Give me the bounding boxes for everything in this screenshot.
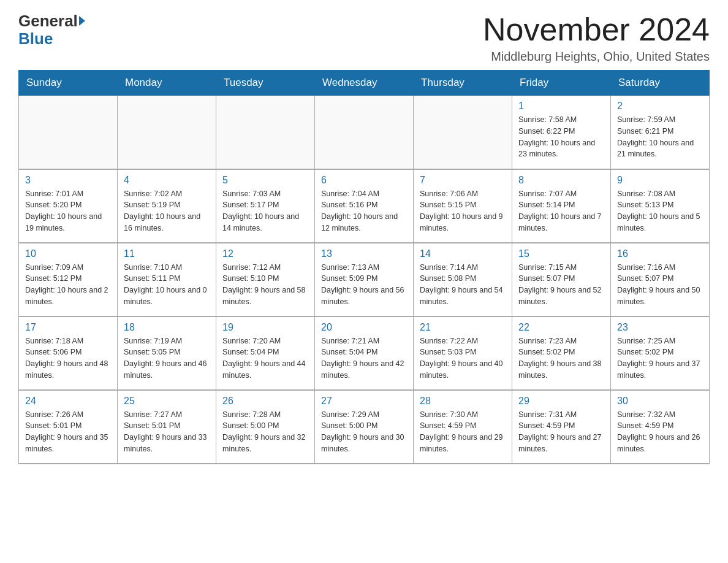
day-info: Sunrise: 7:09 AM Sunset: 5:12 PM Dayligh…: [25, 262, 111, 308]
day-info: Sunrise: 7:19 AM Sunset: 5:05 PM Dayligh…: [124, 335, 210, 381]
day-number: 25: [124, 396, 210, 407]
calendar-cell: 1Sunrise: 7:58 AM Sunset: 6:22 PM Daylig…: [512, 96, 611, 169]
calendar-cell: [414, 96, 512, 169]
day-number: 24: [25, 396, 111, 407]
week-row-2: 3Sunrise: 7:01 AM Sunset: 5:20 PM Daylig…: [19, 169, 710, 243]
calendar-cell: 2Sunrise: 7:59 AM Sunset: 6:21 PM Daylig…: [611, 96, 710, 169]
day-number: 14: [420, 248, 506, 259]
day-number: 23: [617, 322, 703, 333]
day-info: Sunrise: 7:25 AM Sunset: 5:02 PM Dayligh…: [617, 335, 703, 381]
logo-general-text: General: [18, 12, 78, 30]
calendar-cell: 8Sunrise: 7:07 AM Sunset: 5:14 PM Daylig…: [512, 169, 611, 243]
day-info: Sunrise: 7:30 AM Sunset: 4:59 PM Dayligh…: [420, 409, 506, 455]
calendar-cell: [19, 96, 118, 169]
day-number: 27: [321, 396, 407, 407]
day-info: Sunrise: 7:29 AM Sunset: 5:00 PM Dayligh…: [321, 409, 407, 455]
day-number: 10: [25, 248, 111, 259]
header-day-tuesday: Tuesday: [216, 71, 315, 96]
day-number: 22: [518, 322, 604, 333]
day-number: 6: [321, 175, 407, 186]
header-day-monday: Monday: [118, 71, 216, 96]
calendar-cell: 17Sunrise: 7:18 AM Sunset: 5:06 PM Dayli…: [19, 316, 118, 390]
day-number: 26: [222, 396, 308, 407]
calendar-cell: 23Sunrise: 7:25 AM Sunset: 5:02 PM Dayli…: [611, 316, 710, 390]
calendar-cell: [216, 96, 315, 169]
calendar-cell: 22Sunrise: 7:23 AM Sunset: 5:02 PM Dayli…: [512, 316, 611, 390]
day-number: 15: [518, 248, 604, 259]
day-number: 9: [617, 175, 703, 186]
calendar-cell: [315, 96, 414, 169]
day-info: Sunrise: 7:59 AM Sunset: 6:21 PM Dayligh…: [617, 114, 703, 160]
day-number: 29: [518, 396, 604, 407]
day-number: 8: [518, 175, 604, 186]
day-info: Sunrise: 7:12 AM Sunset: 5:10 PM Dayligh…: [222, 262, 308, 308]
day-number: 13: [321, 248, 407, 259]
calendar-cell: 25Sunrise: 7:27 AM Sunset: 5:01 PM Dayli…: [118, 390, 216, 464]
title-area: November 2024 Middleburg Heights, Ohio, …: [483, 12, 710, 64]
day-info: Sunrise: 7:02 AM Sunset: 5:19 PM Dayligh…: [124, 188, 210, 234]
calendar-cell: 9Sunrise: 7:08 AM Sunset: 5:13 PM Daylig…: [611, 169, 710, 243]
calendar-cell: 29Sunrise: 7:31 AM Sunset: 4:59 PM Dayli…: [512, 390, 611, 464]
calendar-cell: 18Sunrise: 7:19 AM Sunset: 5:05 PM Dayli…: [118, 316, 216, 390]
day-info: Sunrise: 7:58 AM Sunset: 6:22 PM Dayligh…: [518, 114, 604, 160]
header: General Blue November 2024 Middleburg He…: [18, 12, 710, 64]
week-row-1: 1Sunrise: 7:58 AM Sunset: 6:22 PM Daylig…: [19, 96, 710, 169]
calendar-cell: 12Sunrise: 7:12 AM Sunset: 5:10 PM Dayli…: [216, 243, 315, 316]
calendar-table: SundayMondayTuesdayWednesdayThursdayFrid…: [18, 70, 710, 464]
calendar-cell: 14Sunrise: 7:14 AM Sunset: 5:08 PM Dayli…: [414, 243, 512, 316]
logo-blue-text: Blue: [18, 30, 53, 48]
day-number: 2: [617, 101, 703, 112]
calendar-cell: 19Sunrise: 7:20 AM Sunset: 5:04 PM Dayli…: [216, 316, 315, 390]
day-number: 4: [124, 175, 210, 186]
day-info: Sunrise: 7:08 AM Sunset: 5:13 PM Dayligh…: [617, 188, 703, 234]
calendar-cell: [118, 96, 216, 169]
day-info: Sunrise: 7:32 AM Sunset: 4:59 PM Dayligh…: [617, 409, 703, 455]
day-number: 19: [222, 322, 308, 333]
day-number: 16: [617, 248, 703, 259]
day-number: 12: [222, 248, 308, 259]
header-day-thursday: Thursday: [414, 71, 512, 96]
day-info: Sunrise: 7:07 AM Sunset: 5:14 PM Dayligh…: [518, 188, 604, 234]
day-info: Sunrise: 7:16 AM Sunset: 5:07 PM Dayligh…: [617, 262, 703, 308]
calendar-cell: 5Sunrise: 7:03 AM Sunset: 5:17 PM Daylig…: [216, 169, 315, 243]
day-info: Sunrise: 7:20 AM Sunset: 5:04 PM Dayligh…: [222, 335, 308, 381]
day-info: Sunrise: 7:23 AM Sunset: 5:02 PM Dayligh…: [518, 335, 604, 381]
calendar-subtitle: Middleburg Heights, Ohio, United States: [483, 50, 710, 64]
day-number: 11: [124, 248, 210, 259]
day-info: Sunrise: 7:13 AM Sunset: 5:09 PM Dayligh…: [321, 262, 407, 308]
day-info: Sunrise: 7:27 AM Sunset: 5:01 PM Dayligh…: [124, 409, 210, 455]
day-info: Sunrise: 7:03 AM Sunset: 5:17 PM Dayligh…: [222, 188, 308, 234]
day-info: Sunrise: 7:31 AM Sunset: 4:59 PM Dayligh…: [518, 409, 604, 455]
day-number: 30: [617, 396, 703, 407]
header-day-wednesday: Wednesday: [315, 71, 414, 96]
calendar-cell: 10Sunrise: 7:09 AM Sunset: 5:12 PM Dayli…: [19, 243, 118, 316]
day-info: Sunrise: 7:21 AM Sunset: 5:04 PM Dayligh…: [321, 335, 407, 381]
day-info: Sunrise: 7:04 AM Sunset: 5:16 PM Dayligh…: [321, 188, 407, 234]
week-row-5: 24Sunrise: 7:26 AM Sunset: 5:01 PM Dayli…: [19, 390, 710, 464]
day-number: 1: [518, 101, 604, 112]
day-info: Sunrise: 7:06 AM Sunset: 5:15 PM Dayligh…: [420, 188, 506, 234]
header-day-sunday: Sunday: [19, 71, 118, 96]
day-number: 3: [25, 175, 111, 186]
day-info: Sunrise: 7:10 AM Sunset: 5:11 PM Dayligh…: [124, 262, 210, 308]
calendar-cell: 26Sunrise: 7:28 AM Sunset: 5:00 PM Dayli…: [216, 390, 315, 464]
calendar-cell: 20Sunrise: 7:21 AM Sunset: 5:04 PM Dayli…: [315, 316, 414, 390]
calendar-header: SundayMondayTuesdayWednesdayThursdayFrid…: [19, 71, 710, 96]
day-number: 7: [420, 175, 506, 186]
calendar-cell: 3Sunrise: 7:01 AM Sunset: 5:20 PM Daylig…: [19, 169, 118, 243]
calendar-cell: 13Sunrise: 7:13 AM Sunset: 5:09 PM Dayli…: [315, 243, 414, 316]
calendar-cell: 27Sunrise: 7:29 AM Sunset: 5:00 PM Dayli…: [315, 390, 414, 464]
day-number: 28: [420, 396, 506, 407]
week-row-3: 10Sunrise: 7:09 AM Sunset: 5:12 PM Dayli…: [19, 243, 710, 316]
calendar-title: November 2024: [483, 12, 710, 47]
day-info: Sunrise: 7:18 AM Sunset: 5:06 PM Dayligh…: [25, 335, 111, 381]
day-number: 17: [25, 322, 111, 333]
calendar-cell: 21Sunrise: 7:22 AM Sunset: 5:03 PM Dayli…: [414, 316, 512, 390]
calendar-cell: 24Sunrise: 7:26 AM Sunset: 5:01 PM Dayli…: [19, 390, 118, 464]
logo-arrow-icon: [79, 16, 85, 26]
day-info: Sunrise: 7:22 AM Sunset: 5:03 PM Dayligh…: [420, 335, 506, 381]
calendar-cell: 15Sunrise: 7:15 AM Sunset: 5:07 PM Dayli…: [512, 243, 611, 316]
day-info: Sunrise: 7:01 AM Sunset: 5:20 PM Dayligh…: [25, 188, 111, 234]
calendar-cell: 6Sunrise: 7:04 AM Sunset: 5:16 PM Daylig…: [315, 169, 414, 243]
logo: General Blue: [18, 12, 85, 47]
